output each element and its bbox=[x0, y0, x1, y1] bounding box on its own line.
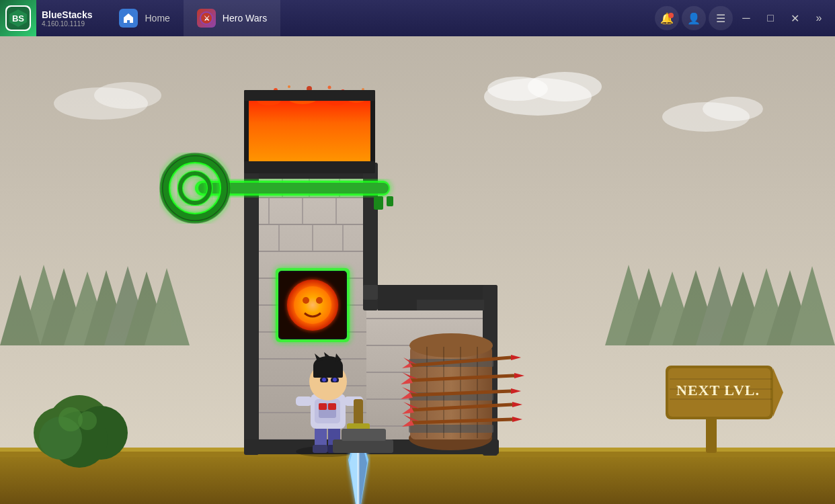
bluestacks-logo: BS bbox=[0, 0, 36, 36]
svg-marker-85 bbox=[378, 297, 417, 310]
svg-rect-178 bbox=[342, 429, 386, 441]
bluestacks-brand: BlueStacks 4.160.10.1119 bbox=[42, 9, 92, 28]
menu-button[interactable]: ☰ bbox=[709, 6, 733, 30]
home-tab-icon bbox=[119, 9, 138, 28]
svg-point-11 bbox=[703, 97, 763, 121]
titlebar: BS BlueStacks 4.160.10.1119 Home ⚔ Hero … bbox=[0, 0, 835, 36]
svg-rect-126 bbox=[354, 399, 363, 426]
minimize-button[interactable]: ─ bbox=[735, 7, 757, 29]
home-tab-label: Home bbox=[145, 13, 169, 24]
bluestacks-logo-inner: BS bbox=[5, 5, 31, 31]
svg-rect-137 bbox=[409, 425, 493, 433]
svg-rect-83 bbox=[244, 161, 375, 173]
svg-point-121 bbox=[333, 378, 337, 382]
account-icon: 👤 bbox=[687, 12, 701, 25]
svg-rect-71 bbox=[249, 95, 370, 165]
svg-point-120 bbox=[322, 378, 326, 382]
svg-rect-110 bbox=[319, 403, 327, 410]
hamburger-icon: ☰ bbox=[716, 12, 725, 25]
svg-rect-31 bbox=[0, 453, 835, 504]
bluestacks-version: 4.160.10.1119 bbox=[42, 20, 92, 28]
svg-rect-105 bbox=[313, 445, 327, 453]
more-button[interactable]: » bbox=[808, 7, 830, 29]
svg-rect-82 bbox=[244, 90, 375, 101]
herowars-tab-label: Hero Wars bbox=[223, 13, 267, 24]
svg-point-9 bbox=[487, 77, 548, 101]
svg-rect-100 bbox=[387, 196, 393, 206]
maximize-button[interactable]: □ bbox=[760, 7, 781, 29]
minimize-icon: ─ bbox=[742, 12, 750, 24]
svg-text:BS: BS bbox=[12, 13, 24, 24]
tab-herowars[interactable]: ⚔ Hero Wars bbox=[184, 0, 280, 36]
notification-button[interactable]: 🔔 bbox=[655, 6, 679, 30]
svg-text:⚔: ⚔ bbox=[203, 15, 209, 22]
svg-point-92 bbox=[316, 297, 323, 304]
game-scene: NEXT LVL. bbox=[0, 36, 835, 504]
svg-rect-111 bbox=[328, 403, 336, 410]
svg-point-79 bbox=[328, 86, 331, 89]
herowars-tab-icon: ⚔ bbox=[197, 9, 216, 28]
svg-point-134 bbox=[409, 333, 493, 358]
svg-rect-124 bbox=[296, 396, 312, 406]
svg-point-90 bbox=[294, 286, 331, 324]
close-button[interactable]: ✕ bbox=[784, 7, 805, 29]
notification-dot bbox=[668, 13, 674, 18]
svg-point-13 bbox=[94, 82, 161, 109]
svg-point-77 bbox=[288, 85, 290, 88]
tab-home[interactable]: Home bbox=[106, 0, 183, 36]
svg-rect-63 bbox=[244, 163, 259, 455]
svg-point-168 bbox=[78, 411, 97, 430]
account-button[interactable]: 👤 bbox=[682, 6, 706, 30]
svg-text:NEXT LVL.: NEXT LVL. bbox=[676, 382, 760, 398]
svg-rect-177 bbox=[333, 439, 393, 453]
more-icon: » bbox=[816, 12, 822, 24]
maximize-icon: □ bbox=[767, 12, 774, 24]
svg-rect-99 bbox=[374, 196, 383, 210]
svg-point-91 bbox=[303, 297, 309, 304]
bluestacks-name: BlueStacks bbox=[42, 9, 92, 20]
close-icon: ✕ bbox=[791, 12, 799, 25]
svg-rect-69 bbox=[363, 285, 378, 300]
game-area[interactable]: NEXT LVL. bbox=[0, 36, 835, 504]
titlebar-controls: 🔔 👤 ☰ ─ □ ✕ » bbox=[655, 6, 835, 30]
